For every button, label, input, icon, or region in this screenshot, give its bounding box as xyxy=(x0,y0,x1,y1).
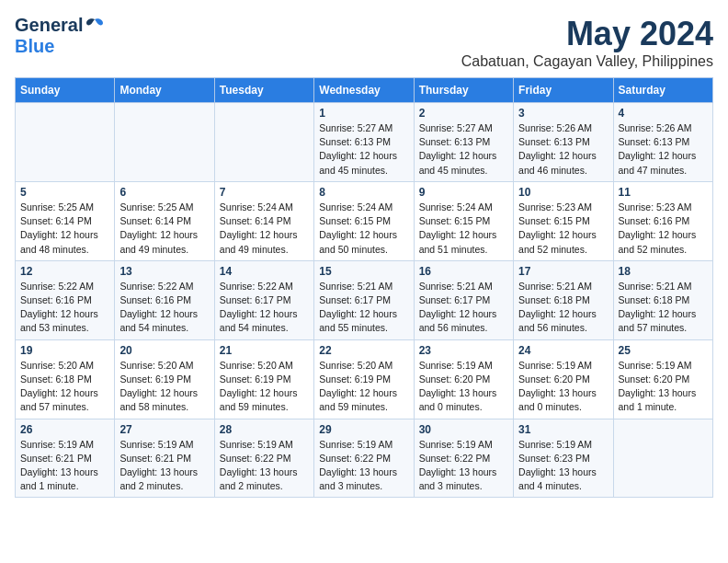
calendar-day-3: 3Sunrise: 5:26 AM Sunset: 6:13 PM Daylig… xyxy=(514,103,613,182)
month-title: May 2024 xyxy=(461,15,713,53)
calendar-day-28: 28Sunrise: 5:19 AM Sunset: 6:22 PM Dayli… xyxy=(214,419,313,498)
day-info: Sunrise: 5:21 AM Sunset: 6:18 PM Dayligh… xyxy=(619,280,708,336)
day-info: Sunrise: 5:24 AM Sunset: 6:14 PM Dayligh… xyxy=(220,201,309,257)
day-info: Sunrise: 5:27 AM Sunset: 6:13 PM Dayligh… xyxy=(419,121,508,178)
day-number: 8 xyxy=(319,186,408,199)
calendar-day-17: 17Sunrise: 5:21 AM Sunset: 6:18 PM Dayli… xyxy=(514,260,613,339)
calendar-day-4: 4Sunrise: 5:26 AM Sunset: 6:13 PM Daylig… xyxy=(613,103,712,182)
calendar-day-18: 18Sunrise: 5:21 AM Sunset: 6:18 PM Dayli… xyxy=(613,260,712,339)
day-info: Sunrise: 5:19 AM Sunset: 6:23 PM Dayligh… xyxy=(518,438,608,494)
weekday-header-thursday: Thursday xyxy=(414,78,513,103)
day-number: 29 xyxy=(319,423,408,436)
day-number: 6 xyxy=(119,186,209,199)
calendar-day-12: 12Sunrise: 5:22 AM Sunset: 6:16 PM Dayli… xyxy=(16,260,115,339)
day-number: 4 xyxy=(619,107,708,120)
calendar-week-row: 5Sunrise: 5:25 AM Sunset: 6:14 PM Daylig… xyxy=(16,181,713,260)
calendar-day-15: 15Sunrise: 5:21 AM Sunset: 6:17 PM Dayli… xyxy=(314,260,414,339)
day-number: 27 xyxy=(119,423,209,436)
day-number: 24 xyxy=(518,344,608,357)
day-info: Sunrise: 5:21 AM Sunset: 6:17 PM Dayligh… xyxy=(319,280,408,336)
day-number: 2 xyxy=(419,107,508,120)
calendar-day-26: 26Sunrise: 5:19 AM Sunset: 6:21 PM Dayli… xyxy=(16,419,115,498)
weekday-header-sunday: Sunday xyxy=(16,78,115,103)
day-number: 5 xyxy=(20,186,109,199)
day-info: Sunrise: 5:26 AM Sunset: 6:13 PM Dayligh… xyxy=(619,121,708,178)
day-info: Sunrise: 5:22 AM Sunset: 6:16 PM Dayligh… xyxy=(119,280,209,336)
calendar-day-29: 29Sunrise: 5:19 AM Sunset: 6:22 PM Dayli… xyxy=(314,419,414,498)
day-number: 10 xyxy=(518,186,608,199)
day-info: Sunrise: 5:21 AM Sunset: 6:17 PM Dayligh… xyxy=(419,280,508,336)
weekday-header-tuesday: Tuesday xyxy=(214,78,313,103)
day-info: Sunrise: 5:24 AM Sunset: 6:15 PM Dayligh… xyxy=(419,201,508,257)
page-header: General Blue May 2024 Cabatuan, Cagayan … xyxy=(15,15,713,70)
calendar-day-14: 14Sunrise: 5:22 AM Sunset: 6:17 PM Dayli… xyxy=(214,260,313,339)
day-number: 31 xyxy=(518,423,608,436)
day-number: 28 xyxy=(220,423,309,436)
day-number: 16 xyxy=(419,265,508,278)
day-number: 26 xyxy=(20,423,109,436)
day-number: 15 xyxy=(319,265,408,278)
calendar-day-2: 2Sunrise: 5:27 AM Sunset: 6:13 PM Daylig… xyxy=(414,103,513,182)
day-number: 17 xyxy=(518,265,608,278)
logo-blue-text: Blue xyxy=(15,36,54,56)
day-number: 23 xyxy=(419,344,508,357)
day-number: 30 xyxy=(419,423,508,436)
day-info: Sunrise: 5:19 AM Sunset: 6:22 PM Dayligh… xyxy=(319,438,408,494)
calendar-day-31: 31Sunrise: 5:19 AM Sunset: 6:23 PM Dayli… xyxy=(514,419,613,498)
day-number: 12 xyxy=(20,265,109,278)
day-number: 18 xyxy=(619,265,708,278)
calendar-day-30: 30Sunrise: 5:19 AM Sunset: 6:22 PM Dayli… xyxy=(414,419,513,498)
day-info: Sunrise: 5:23 AM Sunset: 6:16 PM Dayligh… xyxy=(619,201,708,257)
calendar-day-25: 25Sunrise: 5:19 AM Sunset: 6:20 PM Dayli… xyxy=(613,339,712,419)
calendar-day-24: 24Sunrise: 5:19 AM Sunset: 6:20 PM Dayli… xyxy=(514,339,613,419)
day-info: Sunrise: 5:21 AM Sunset: 6:18 PM Dayligh… xyxy=(518,280,608,336)
day-number: 20 xyxy=(119,344,209,357)
calendar-day-11: 11Sunrise: 5:23 AM Sunset: 6:16 PM Dayli… xyxy=(613,181,712,260)
calendar-empty-cell xyxy=(214,103,313,182)
day-number: 3 xyxy=(518,107,608,120)
day-info: Sunrise: 5:19 AM Sunset: 6:21 PM Dayligh… xyxy=(20,438,109,494)
day-number: 13 xyxy=(119,265,209,278)
day-info: Sunrise: 5:22 AM Sunset: 6:16 PM Dayligh… xyxy=(20,280,109,336)
day-number: 11 xyxy=(619,186,708,199)
calendar-day-8: 8Sunrise: 5:24 AM Sunset: 6:15 PM Daylig… xyxy=(314,181,414,260)
calendar-day-6: 6Sunrise: 5:25 AM Sunset: 6:14 PM Daylig… xyxy=(115,181,214,260)
day-number: 19 xyxy=(20,344,109,357)
calendar-day-9: 9Sunrise: 5:24 AM Sunset: 6:15 PM Daylig… xyxy=(414,181,513,260)
calendar-empty-cell xyxy=(613,419,712,498)
calendar-empty-cell xyxy=(115,103,214,182)
logo-general-text: General xyxy=(15,15,83,36)
calendar-day-1: 1Sunrise: 5:27 AM Sunset: 6:13 PM Daylig… xyxy=(314,103,414,182)
day-info: Sunrise: 5:26 AM Sunset: 6:13 PM Dayligh… xyxy=(518,121,608,178)
calendar-day-23: 23Sunrise: 5:19 AM Sunset: 6:20 PM Dayli… xyxy=(414,339,513,419)
day-info: Sunrise: 5:25 AM Sunset: 6:14 PM Dayligh… xyxy=(20,201,109,257)
day-info: Sunrise: 5:19 AM Sunset: 6:20 PM Dayligh… xyxy=(518,359,608,415)
calendar-week-row: 19Sunrise: 5:20 AM Sunset: 6:18 PM Dayli… xyxy=(16,339,713,419)
day-number: 21 xyxy=(220,344,309,357)
day-number: 1 xyxy=(319,107,408,120)
day-info: Sunrise: 5:20 AM Sunset: 6:19 PM Dayligh… xyxy=(119,359,209,415)
calendar-day-16: 16Sunrise: 5:21 AM Sunset: 6:17 PM Dayli… xyxy=(414,260,513,339)
logo-bird-icon xyxy=(85,16,105,36)
day-info: Sunrise: 5:20 AM Sunset: 6:19 PM Dayligh… xyxy=(220,359,309,415)
day-info: Sunrise: 5:25 AM Sunset: 6:14 PM Dayligh… xyxy=(119,201,209,257)
calendar-day-13: 13Sunrise: 5:22 AM Sunset: 6:16 PM Dayli… xyxy=(115,260,214,339)
calendar-day-7: 7Sunrise: 5:24 AM Sunset: 6:14 PM Daylig… xyxy=(214,181,313,260)
day-info: Sunrise: 5:19 AM Sunset: 6:22 PM Dayligh… xyxy=(419,438,508,494)
calendar-day-27: 27Sunrise: 5:19 AM Sunset: 6:21 PM Dayli… xyxy=(115,419,214,498)
day-info: Sunrise: 5:23 AM Sunset: 6:15 PM Dayligh… xyxy=(518,201,608,257)
calendar-day-22: 22Sunrise: 5:20 AM Sunset: 6:19 PM Dayli… xyxy=(314,339,414,419)
day-info: Sunrise: 5:19 AM Sunset: 6:20 PM Dayligh… xyxy=(419,359,508,415)
weekday-header-saturday: Saturday xyxy=(613,78,712,103)
day-number: 9 xyxy=(419,186,508,199)
day-number: 7 xyxy=(220,186,309,199)
calendar-week-row: 12Sunrise: 5:22 AM Sunset: 6:16 PM Dayli… xyxy=(16,260,713,339)
day-info: Sunrise: 5:20 AM Sunset: 6:19 PM Dayligh… xyxy=(319,359,408,415)
calendar-week-row: 26Sunrise: 5:19 AM Sunset: 6:21 PM Dayli… xyxy=(16,419,713,498)
logo: General Blue xyxy=(15,15,105,57)
calendar-day-10: 10Sunrise: 5:23 AM Sunset: 6:15 PM Dayli… xyxy=(514,181,613,260)
day-info: Sunrise: 5:22 AM Sunset: 6:17 PM Dayligh… xyxy=(220,280,309,336)
day-info: Sunrise: 5:27 AM Sunset: 6:13 PM Dayligh… xyxy=(319,121,408,178)
title-area: May 2024 Cabatuan, Cagayan Valley, Phili… xyxy=(461,15,713,70)
day-info: Sunrise: 5:24 AM Sunset: 6:15 PM Dayligh… xyxy=(319,201,408,257)
